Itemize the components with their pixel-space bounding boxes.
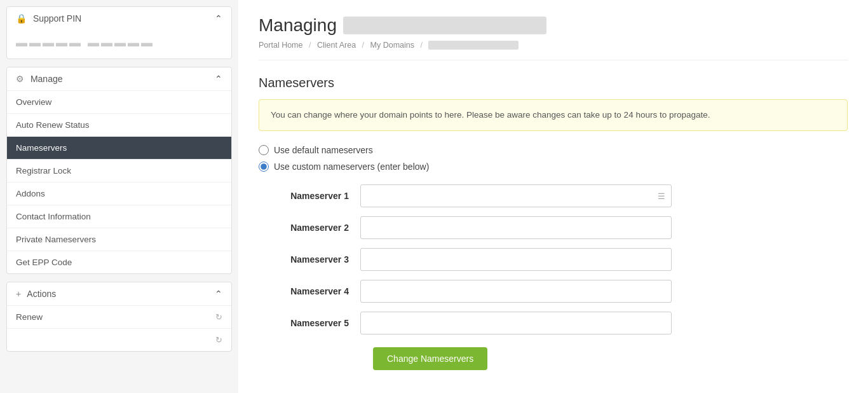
manage-chevron[interactable]: ⌃ <box>215 74 222 84</box>
info-box: You can change where your domain points … <box>259 99 848 131</box>
actions-header: + Actions ⌃ <box>7 282 231 306</box>
breadcrumb-sep1: / <box>309 41 311 50</box>
sidebar-item-auto-renew[interactable]: Auto Renew Status <box>7 114 231 137</box>
nameserver-5-input-wrapper <box>360 312 672 334</box>
nameserver-4-input-wrapper <box>360 280 672 303</box>
radio-default-nameservers[interactable]: Use default nameservers <box>259 145 848 155</box>
radio-default-input[interactable] <box>259 145 269 155</box>
nameserver-2-label: Nameserver 2 <box>271 223 360 233</box>
sidebar-item-overview[interactable]: Overview <box>7 91 231 114</box>
breadcrumb-sep2: / <box>362 41 364 50</box>
section-title: Nameservers <box>259 76 848 90</box>
nameserver-row-1: Nameserver 1 ☰ <box>271 184 848 207</box>
manage-card: ⚙ Manage ⌃ Overview Auto Renew Status Na… <box>6 67 232 274</box>
actions-chevron[interactable]: ⌃ <box>215 289 222 299</box>
sidebar-action-item2[interactable]: ↻ <box>7 329 231 351</box>
radio-custom-nameservers[interactable]: Use custom nameservers (enter below) <box>259 162 848 172</box>
lock-icon: 🔒 <box>16 13 27 24</box>
renew-label: Renew <box>16 312 43 322</box>
nameserver-5-input[interactable] <box>360 312 672 334</box>
renew-refresh-icon: ↻ <box>215 312 222 322</box>
radio-group: Use default nameservers Use custom names… <box>259 145 848 172</box>
actions-nav: Renew ↻ ↻ <box>7 306 231 351</box>
sidebar-item-contact-info[interactable]: Contact Information <box>7 205 231 228</box>
page-title-text: Managing <box>259 15 337 36</box>
support-pin-value: ▬▬▬▬▬ ▬▬▬▬▬ <box>7 30 231 59</box>
nameserver-2-input-wrapper <box>360 216 672 239</box>
nameserver-4-label: Nameserver 4 <box>271 286 360 296</box>
radio-default-label: Use default nameservers <box>274 145 373 155</box>
nameserver-row-4: Nameserver 4 <box>271 280 848 303</box>
page-title-domain <box>343 17 546 34</box>
nameserver-form: Nameserver 1 ☰ Nameserver 2 Nameserver 3… <box>271 184 848 370</box>
gear-icon: ⚙ <box>16 74 24 84</box>
page-title-container: Managing <box>259 15 848 36</box>
breadcrumb-client-area[interactable]: Client Area <box>317 41 356 50</box>
action2-refresh-icon: ↻ <box>215 335 222 345</box>
sidebar: 🔒 Support PIN ⌃ ▬▬▬▬▬ ▬▬▬▬▬ ⚙ Manage ⌃ O… <box>0 0 238 393</box>
nameserver-3-input-wrapper <box>360 248 672 271</box>
nameserver-row-3: Nameserver 3 <box>271 248 848 271</box>
nameserver-3-input[interactable] <box>360 248 672 271</box>
plus-icon: + <box>16 289 21 299</box>
support-pin-title: Support PIN <box>33 13 81 24</box>
nameserver-5-label: Nameserver 5 <box>271 318 360 328</box>
nameserver-1-label: Nameserver 1 <box>271 191 360 201</box>
radio-custom-label: Use custom nameservers (enter below) <box>274 162 429 172</box>
breadcrumb-current: ████████████████ <box>428 41 519 50</box>
change-nameservers-button[interactable]: Change Nameservers <box>373 347 487 370</box>
sidebar-item-nameservers[interactable]: Nameservers <box>7 137 231 160</box>
actions-card: + Actions ⌃ Renew ↻ ↻ <box>6 282 232 352</box>
nameserver-3-label: Nameserver 3 <box>271 254 360 265</box>
breadcrumb: Portal Home / Client Area / My Domains /… <box>259 41 848 60</box>
actions-title: Actions <box>27 289 56 299</box>
support-pin-card: 🔒 Support PIN ⌃ ▬▬▬▬▬ ▬▬▬▬▬ <box>6 6 232 59</box>
manage-title: Manage <box>31 74 63 84</box>
sidebar-item-get-epp-code[interactable]: Get EPP Code <box>7 251 231 273</box>
breadcrumb-sep3: / <box>421 41 423 50</box>
nameserver-row-2: Nameserver 2 <box>271 216 848 239</box>
manage-header: ⚙ Manage ⌃ <box>7 67 231 91</box>
support-pin-header: 🔒 Support PIN ⌃ <box>7 7 231 30</box>
breadcrumb-portal-home[interactable]: Portal Home <box>259 41 302 50</box>
nameserver-1-input-wrapper: ☰ <box>360 184 672 207</box>
sidebar-action-renew[interactable]: Renew ↻ <box>7 306 231 329</box>
nameserver-2-input[interactable] <box>360 216 672 239</box>
main-content: Managing Portal Home / Client Area / My … <box>238 0 868 393</box>
sidebar-item-registrar-lock[interactable]: Registrar Lock <box>7 160 231 183</box>
sidebar-item-addons[interactable]: Addons <box>7 183 231 205</box>
nameserver-1-input[interactable] <box>360 184 672 207</box>
breadcrumb-my-domains[interactable]: My Domains <box>370 41 414 50</box>
sidebar-item-private-nameservers[interactable]: Private Nameservers <box>7 228 231 251</box>
manage-nav: Overview Auto Renew Status Nameservers R… <box>7 91 231 273</box>
nameserver-row-5: Nameserver 5 <box>271 312 848 334</box>
nameserver-4-input[interactable] <box>360 280 672 303</box>
support-pin-chevron[interactable]: ⌃ <box>215 13 222 24</box>
radio-custom-input[interactable] <box>259 162 269 172</box>
